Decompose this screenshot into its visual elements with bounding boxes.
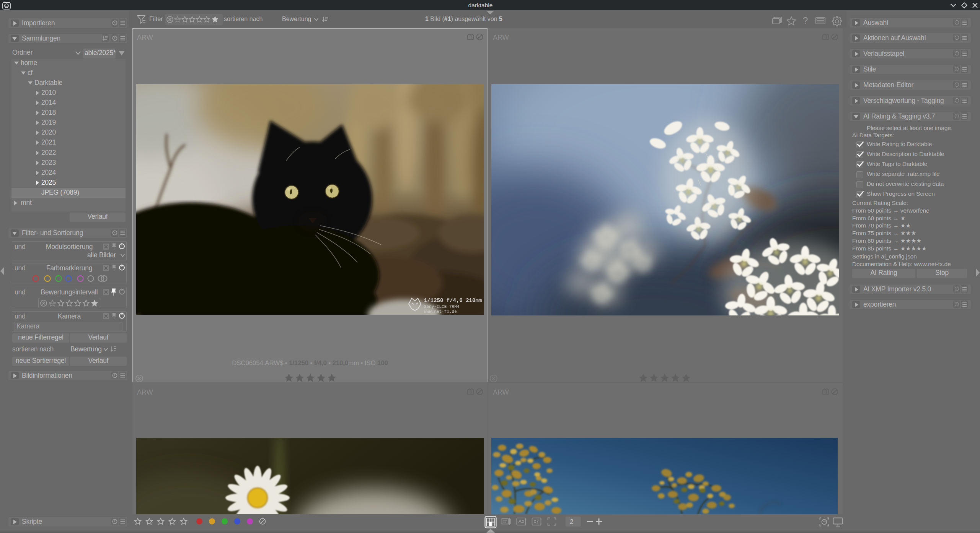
svg-text:Sony·ILCE-7RM4: Sony·ILCE-7RM4 xyxy=(424,304,460,309)
svg-text:1/1250 f/4,0 210mm IS: 1/1250 f/4,0 210mm IS xyxy=(424,297,484,304)
svg-text:www.net-fx.de: www.net-fx.de xyxy=(424,309,457,314)
